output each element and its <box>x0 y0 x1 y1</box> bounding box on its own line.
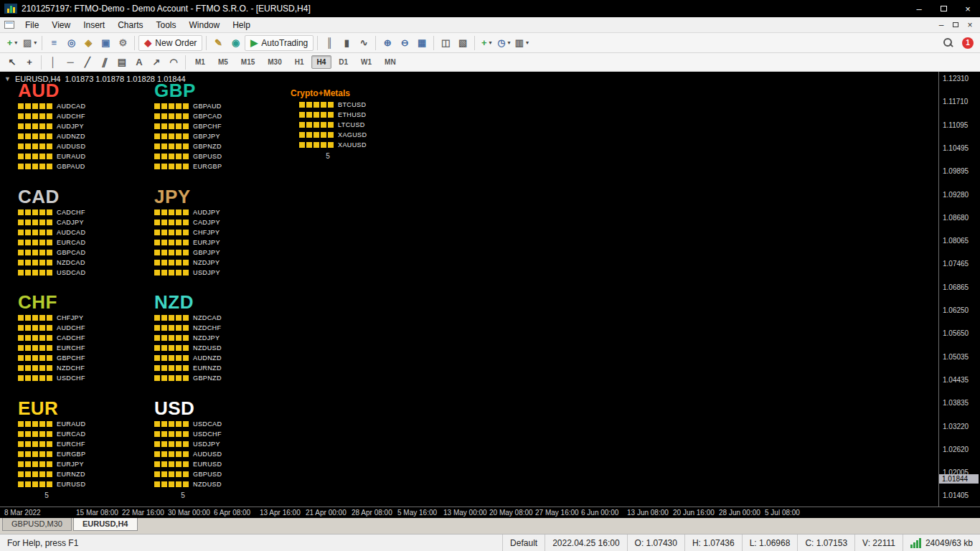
dropdown-caret-icon[interactable]: ▾ <box>526 39 529 46</box>
search-button[interactable] <box>940 35 956 51</box>
strategy-tester-button[interactable]: ⚙ <box>115 35 131 51</box>
new-chart-button[interactable]: +▾ <box>4 35 20 51</box>
child-close-button[interactable]: × <box>963 20 977 30</box>
chart-canvas[interactable]: ▼ EURUSD,H4 1.01873 1.01878 1.01828 1.01… <box>0 72 938 507</box>
text-button[interactable]: A <box>131 55 147 70</box>
pair-row-usdjpy: USDJPY <box>154 439 288 449</box>
strength-square <box>154 451 160 457</box>
strength-square <box>18 154 24 159</box>
vertical-line-button[interactable]: │ <box>45 55 61 70</box>
pair-label: NZDCHF <box>57 364 85 372</box>
metaeditor-button[interactable]: ✎ <box>210 35 226 51</box>
timeframe-m1-button[interactable]: M1 <box>189 55 211 69</box>
chart-tab-eurusd-h4[interactable]: EURUSD,H4 <box>73 518 138 531</box>
strength-square <box>154 133 160 139</box>
new-order-button[interactable]: ◆New Order <box>138 35 202 51</box>
cursor-button[interactable]: ↖ <box>4 55 20 70</box>
time-axis-label: 6 Apr 08:00 <box>214 509 250 517</box>
chart-tab-gbpusd-m30[interactable]: GBPUSD,M30 <box>2 518 72 531</box>
autotrading-button[interactable]: ▶AutoTrading <box>245 35 314 51</box>
strength-square <box>314 102 319 108</box>
strength-square <box>25 365 31 371</box>
menu-item-view[interactable]: View <box>45 19 77 32</box>
dropdown-caret-icon[interactable]: ▾ <box>508 39 511 46</box>
strength-squares <box>18 335 52 341</box>
timeframe-d1-button[interactable]: D1 <box>333 55 354 69</box>
dropdown-caret-icon[interactable]: ▾ <box>14 39 17 46</box>
price-axis[interactable]: 1.123101.117101.110951.104951.098951.092… <box>938 72 980 507</box>
profiles-button[interactable]: ▨▾ <box>22 35 38 51</box>
menu-item-charts[interactable]: Charts <box>111 19 149 32</box>
horizontal-line-icon: ─ <box>67 57 73 67</box>
strength-square <box>32 325 38 331</box>
strength-square <box>18 143 24 149</box>
chart-bars-button[interactable]: ║ <box>321 35 337 51</box>
periods-button[interactable]: ◷▾ <box>496 35 512 51</box>
data-window-button[interactable]: ◎ <box>63 35 79 51</box>
child-minimize-button[interactable]: – <box>934 20 948 30</box>
timeframe-w1-button[interactable]: W1 <box>355 55 377 69</box>
trendline-button[interactable]: ╱ <box>80 55 95 70</box>
toolbar-main: +▾▨▾≡◎◈▣⚙◆New Order✎◉▶AutoTrading║▮∿⊕⊖▦◫… <box>0 33 980 53</box>
strength-square <box>47 164 52 169</box>
dropdown-caret-icon[interactable]: ▾ <box>489 39 492 46</box>
chart-line-button[interactable]: ∿ <box>356 35 372 51</box>
menu-item-help[interactable]: Help <box>226 19 257 32</box>
chart-bars-icon: ║ <box>326 38 333 47</box>
strength-square <box>169 103 174 109</box>
cycle-lines-button[interactable]: ◠ <box>166 55 182 70</box>
time-axis[interactable]: 8 Mar 202215 Mar 08:0022 Mar 16:0030 Mar… <box>0 507 980 518</box>
chart-candles-button[interactable]: ▮ <box>339 35 354 51</box>
mql5-button[interactable]: ◉ <box>227 35 243 51</box>
arrows-button[interactable]: ↗ <box>149 55 164 70</box>
strength-squares <box>18 270 52 276</box>
close-button[interactable]: × <box>956 0 980 17</box>
pair-row-gbpcad: GBPCAD <box>154 111 288 121</box>
chart-window-icon[interactable] <box>4 21 14 29</box>
zoom-in-button[interactable]: ⊕ <box>380 35 395 51</box>
crosshair-button[interactable]: + <box>22 55 37 70</box>
dropdown-caret-icon[interactable]: ▾ <box>34 39 37 46</box>
app-icon <box>4 4 17 14</box>
arrange-windows-button[interactable]: ◫ <box>438 35 453 51</box>
window-title: 2101257197: FTMO-Demo - Demo Account - F… <box>22 4 311 14</box>
autotrading-icon: ▶ <box>250 38 258 47</box>
strength-squares <box>18 230 52 235</box>
menu-item-tools[interactable]: Tools <box>150 19 183 32</box>
timeframe-h4-button[interactable]: H4 <box>311 55 332 69</box>
strength-square <box>154 270 160 276</box>
horizontal-line-button[interactable]: ─ <box>62 55 78 70</box>
strength-square <box>176 240 182 245</box>
menu-item-insert[interactable]: Insert <box>77 19 111 32</box>
timeframe-m5-button[interactable]: M5 <box>212 55 234 69</box>
child-restore-button[interactable] <box>948 22 963 27</box>
minimize-button[interactable]: – <box>907 0 931 17</box>
tile-windows-button[interactable]: ▦ <box>414 35 430 51</box>
zoom-out-button[interactable]: ⊖ <box>397 35 413 51</box>
strength-square <box>154 240 160 245</box>
timeframe-m15-button[interactable]: M15 <box>235 55 260 69</box>
menu-item-file[interactable]: File <box>19 19 45 32</box>
strength-square <box>183 441 189 447</box>
timeframe-mn-button[interactable]: MN <box>379 55 402 69</box>
navigator-button[interactable]: ◈ <box>80 35 96 51</box>
mql5-icon: ◉ <box>232 38 240 47</box>
cascade-windows-button[interactable]: ▧ <box>455 35 471 51</box>
status-profile[interactable]: Default <box>503 534 545 551</box>
strength-square <box>25 164 31 169</box>
strength-square <box>161 260 167 265</box>
one-click-trading-toggle[interactable]: ▼ <box>4 75 11 83</box>
market-watch-button[interactable]: ≡ <box>46 35 62 51</box>
notifications-badge[interactable]: 1 <box>962 37 974 49</box>
fibonacci-button[interactable]: ▤ <box>114 55 130 70</box>
terminal-button[interactable]: ▣ <box>98 35 113 51</box>
timeframe-m30-button[interactable]: M30 <box>262 55 287 69</box>
strength-square <box>47 365 52 371</box>
timeframe-h1-button[interactable]: H1 <box>289 55 310 69</box>
restore-button[interactable] <box>931 0 956 17</box>
pair-row-xauusd: XAUUSD <box>291 140 424 150</box>
channel-button[interactable]: ∥ <box>97 55 113 70</box>
templates-button[interactable]: ▥▾ <box>514 35 530 51</box>
indicators-button[interactable]: +▾ <box>479 35 494 51</box>
menu-item-window[interactable]: Window <box>183 19 227 32</box>
